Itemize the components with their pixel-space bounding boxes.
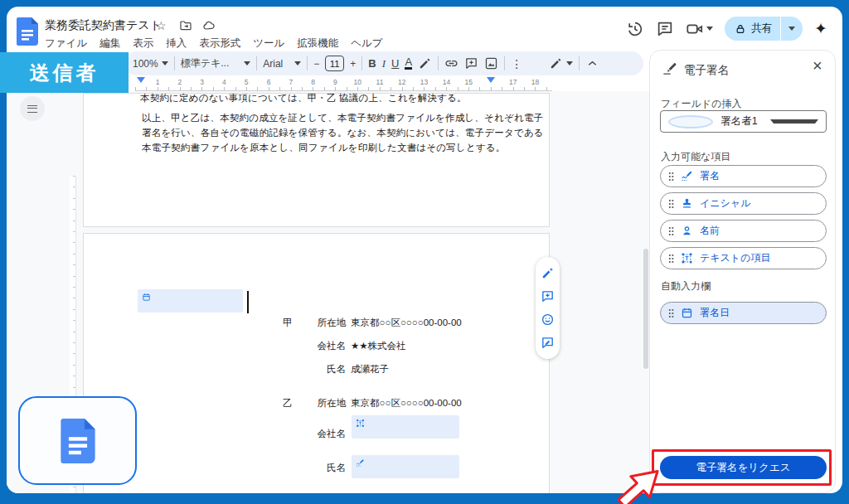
zoom-select[interactable]: 100% (133, 58, 168, 70)
party-b-address: 東京都○○区○○○○00-00-00 (351, 397, 462, 410)
suggest-edits-icon[interactable] (541, 336, 555, 350)
address-label: 所在地 (306, 317, 346, 329)
menu-item[interactable]: 拡張機能 (297, 36, 338, 51)
share-button[interactable]: 共有 (725, 17, 803, 41)
outline-icon (27, 105, 37, 113)
initials-stamp-icon (681, 197, 693, 210)
formatting-toolbar: 100% 標準テキ... Arial − 11 + B I U A ⋮ (124, 51, 643, 75)
add-comment-icon[interactable] (541, 289, 555, 303)
field-pill-signature[interactable]: 署名 (660, 165, 827, 187)
signature-date-field-chip[interactable] (138, 289, 243, 313)
text-color-button[interactable]: A (405, 57, 412, 70)
ruler-number: 18 (531, 78, 539, 86)
field-pill-calendar[interactable]: 署名日 (660, 302, 827, 324)
drag-handle-icon[interactable] (668, 199, 674, 208)
party-a-address: 東京都○○区○○○○00-00-00 (351, 317, 462, 329)
document-page-2: 甲 所在地 東京都○○区○○○○00-00-00 会社名 ★★株式会社 氏名 成… (83, 233, 550, 493)
document-text-line: 本契約に定めのない事項については、甲・乙 協議の上、これを解決する。 (140, 90, 467, 105)
highlight-pen-icon[interactable] (418, 56, 432, 70)
drag-handle-icon[interactable] (668, 254, 674, 263)
sender-annotation-banner: 送信者 (0, 52, 129, 93)
ruler-number: 3 (200, 78, 204, 86)
comments-icon[interactable] (656, 20, 674, 38)
cloud-saved-icon[interactable] (202, 19, 216, 32)
field-pill-initials-stamp[interactable]: イニシャル (660, 192, 827, 215)
field-pill-label: 署名日 (700, 306, 730, 320)
more-options-button[interactable]: ⋮ (511, 57, 522, 70)
vertical-scrollbar-thumb[interactable] (643, 249, 648, 369)
signer-select[interactable]: 署名者1 (660, 110, 827, 133)
annotated-screenshot-frame: 業務委託契約書テスト ☆ ファイル編集表示挿入表示形式ツール拡張機能ヘルプ 共有 (0, 0, 849, 504)
ruler-number: 15 (464, 78, 472, 86)
floating-insert-toolbar (536, 257, 560, 359)
ruler-number: 7 (289, 78, 293, 86)
document-outline-button[interactable] (20, 96, 45, 121)
decrease-font-button[interactable]: − (313, 58, 319, 70)
drag-handle-icon[interactable] (668, 226, 674, 235)
input-items-label: 入力可能な項目 (661, 150, 730, 164)
menu-item[interactable]: ツール (253, 36, 284, 51)
highlight-box-annotation (652, 449, 832, 486)
ruler-number: 12 (398, 78, 405, 86)
share-options-button[interactable] (781, 17, 803, 41)
italic-button[interactable]: I (382, 57, 386, 70)
drag-handle-icon[interactable] (668, 172, 674, 181)
signature-field-chip[interactable] (352, 455, 459, 478)
editing-mode-select[interactable] (549, 56, 573, 70)
company-label: 会社名 (306, 428, 346, 440)
party-a-label: 甲 (283, 317, 293, 329)
chevron-down-icon (770, 119, 818, 124)
version-history-icon[interactable] (626, 20, 644, 38)
edit-pen-icon (549, 56, 563, 70)
close-icon[interactable]: × (813, 57, 822, 74)
ruler-number: 2 (177, 78, 182, 86)
star-icon[interactable]: ☆ (156, 19, 169, 32)
signer-avatar (668, 115, 713, 128)
autofill-label: 自動入力欄 (661, 279, 711, 293)
underline-button[interactable]: U (391, 57, 399, 70)
document-text-line: 本電子契約書ファイルを原本とし、同ファイルを印刷した文書はその写しとする。 (142, 140, 544, 155)
font-select[interactable]: Arial (263, 58, 301, 70)
share-button-main[interactable]: 共有 (725, 17, 780, 41)
right-indent-marker[interactable] (487, 77, 495, 83)
chevron-down-icon (706, 27, 713, 31)
share-button-label: 共有 (751, 22, 772, 36)
field-pill-label: 名前 (700, 224, 720, 238)
menu-item[interactable]: 編集 (99, 36, 120, 51)
ruler-number: 17 (509, 78, 517, 86)
panel-title: 電子署名 (684, 63, 729, 78)
insert-fields-label: フィールドの挿入 (661, 97, 741, 111)
insert-image-icon[interactable] (484, 56, 498, 70)
address-label: 所在地 (306, 397, 346, 410)
menu-item[interactable]: ヘルプ (351, 36, 382, 51)
add-comment-icon[interactable] (464, 56, 478, 70)
ruler-number: 11 (376, 78, 384, 86)
field-pill-label: 署名 (700, 169, 720, 183)
menu-item[interactable]: 表示形式 (199, 36, 240, 51)
emoji-reaction-icon[interactable] (541, 313, 555, 327)
insert-link-icon[interactable] (444, 56, 458, 70)
field-pill-name-person[interactable]: 名前 (660, 220, 827, 242)
hide-menus-chevron-icon[interactable] (585, 56, 599, 70)
drag-handle-icon[interactable] (668, 308, 674, 317)
menu-item[interactable]: ファイル (45, 36, 87, 51)
left-indent-marker[interactable] (137, 77, 145, 83)
document-title[interactable]: 業務委託契約書テスト (45, 18, 162, 33)
menu-item[interactable]: 表示 (133, 36, 153, 51)
document-page-1: 本契約に定めのない事項については、甲・乙 協議の上、これを解決する。 以上、甲と… (83, 93, 550, 227)
bold-button[interactable]: B (368, 57, 376, 70)
field-pill-text-field[interactable]: テキストの項目 (660, 247, 827, 269)
calendar-icon (142, 293, 151, 302)
google-docs-logo-icon (61, 419, 95, 463)
menu-item[interactable]: 挿入 (166, 36, 187, 51)
paragraph-style-select[interactable]: 標準テキ... (181, 56, 251, 70)
company-name-field-chip[interactable] (352, 415, 459, 439)
increase-font-button[interactable]: + (350, 58, 356, 70)
lock-icon (735, 23, 746, 35)
google-docs-logo-icon[interactable] (17, 17, 38, 46)
gemini-sparkle-icon[interactable]: ✦ (814, 21, 827, 36)
font-size-input[interactable]: 11 (325, 56, 344, 71)
move-folder-icon[interactable] (179, 19, 192, 32)
join-call-button[interactable] (686, 20, 713, 38)
magic-write-pen-icon[interactable] (541, 266, 555, 280)
